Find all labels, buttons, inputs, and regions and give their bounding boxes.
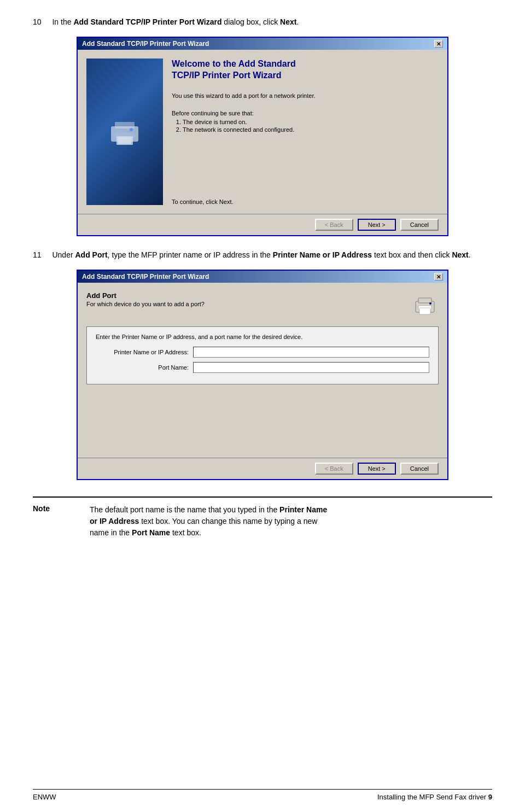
dialog-1-title: Add Standard TCP/IP Printer Port Wizard	[82, 40, 209, 48]
dialog-2-cancel-button[interactable]: Cancel	[400, 463, 439, 475]
dialog-1-cancel-button[interactable]: Cancel	[400, 219, 439, 231]
note-label: Note	[33, 504, 77, 539]
dialog-add-port: Add Standard TCP/IP Printer Port Wizard …	[77, 270, 448, 480]
dialog-wizard-welcome: Add Standard TCP/IP Printer Port Wizard …	[77, 37, 448, 236]
printer-icon	[103, 110, 147, 154]
step-11-body: Under Add Port, type the MFP printer nam…	[52, 250, 470, 259]
dialog-1-text-area: Welcome to the Add StandardTCP/IP Printe…	[172, 59, 439, 205]
note-section: Note The default port name is the name t…	[33, 496, 492, 539]
footer-page-number: 9	[488, 793, 492, 801]
add-port-title: Add Port	[86, 291, 205, 300]
port-name-field-row: Port Name:	[96, 362, 429, 373]
step-11-section: 11 Under Add Port, type the MFP printer …	[33, 249, 492, 480]
printer-name-label: Printer Name or IP Address:	[96, 349, 189, 355]
port-name-input[interactable]	[193, 362, 429, 373]
note-text: The default port name is the name that y…	[90, 504, 492, 539]
step-11-text: 11 Under Add Port, type the MFP printer …	[33, 249, 492, 261]
page-content: 10 In the Add Standard TCP/IP Printer Po…	[0, 0, 525, 571]
port-name-label: Port Name:	[96, 364, 189, 371]
dialog-1-next-button[interactable]: Next >	[358, 219, 396, 231]
dialog-2-close-button[interactable]: ✕	[434, 273, 443, 281]
dialog-1-close-button[interactable]: ✕	[434, 40, 443, 48]
dialog-1-footer: < Back Next > Cancel	[78, 214, 447, 235]
svg-rect-1	[115, 122, 135, 128]
add-port-title-area: Add Port For which device do you want to…	[86, 291, 205, 307]
dialog-1-body: Welcome to the Add StandardTCP/IP Printe…	[78, 50, 447, 214]
printer-name-input[interactable]	[193, 347, 429, 358]
dialog-1-intro: You use this wizard to add a port for a …	[172, 92, 439, 99]
dialog-1-continue: To continue, click Next.	[172, 188, 439, 205]
dialog-1-titlebar: Add Standard TCP/IP Printer Port Wizard …	[78, 38, 447, 50]
footer-enww: ENWW	[33, 793, 56, 801]
add-port-input-desc: Enter the Printer Name or IP address, an…	[96, 334, 429, 340]
footer-page-info: Installing the MFP Send Fax driver 9	[377, 793, 492, 801]
add-port-printer-icon	[411, 291, 439, 320]
svg-point-10	[429, 302, 431, 305]
step-11-number: 11	[33, 250, 42, 259]
step-10-text: 10 In the Add Standard TCP/IP Printer Po…	[33, 16, 492, 28]
svg-rect-7	[418, 298, 431, 303]
svg-rect-9	[419, 308, 430, 314]
step-10-section: 10 In the Add Standard TCP/IP Printer Po…	[33, 16, 492, 236]
dialog-1-checklist: Before continuing be sure that: The devi…	[172, 110, 439, 134]
dialog-2-body: Add Port For which device do you want to…	[78, 283, 447, 458]
dialog-1-icon-area	[86, 59, 163, 205]
add-port-header: Add Port For which device do you want to…	[86, 291, 439, 320]
step-10-number: 10	[33, 17, 42, 26]
printer-icon-small	[411, 291, 439, 319]
dialog-1-welcome-title: Welcome to the Add StandardTCP/IP Printe…	[172, 59, 439, 81]
printer-name-field-row: Printer Name or IP Address:	[96, 347, 429, 358]
dialog-2-footer: < Back Next > Cancel	[78, 458, 447, 479]
dialog-1-back-button[interactable]: < Back	[315, 219, 353, 231]
dialog-2-titlebar: Add Standard TCP/IP Printer Port Wizard …	[78, 271, 447, 283]
step-10-body: In the Add Standard TCP/IP Printer Port …	[52, 17, 299, 26]
dialog-1-checklist-list: The device is turned on. The network is …	[183, 119, 439, 133]
checklist-item-1: The device is turned on.	[183, 119, 439, 125]
dialog-2-next-button[interactable]: Next >	[358, 463, 396, 475]
svg-rect-5	[118, 137, 131, 144]
page-footer: ENWW Installing the MFP Send Fax driver …	[33, 789, 492, 801]
dialog-2-back-button[interactable]: < Back	[315, 463, 353, 475]
svg-point-4	[130, 128, 133, 131]
dialog-2-title: Add Standard TCP/IP Printer Port Wizard	[82, 273, 209, 281]
dialog-1-checklist-title: Before continuing be sure that:	[172, 110, 439, 116]
add-port-subtitle: For which device do you want to add a po…	[86, 301, 205, 307]
checklist-item-2: The network is connected and configured.	[183, 126, 439, 133]
add-port-input-section: Enter the Printer Name or IP address, an…	[86, 326, 439, 384]
